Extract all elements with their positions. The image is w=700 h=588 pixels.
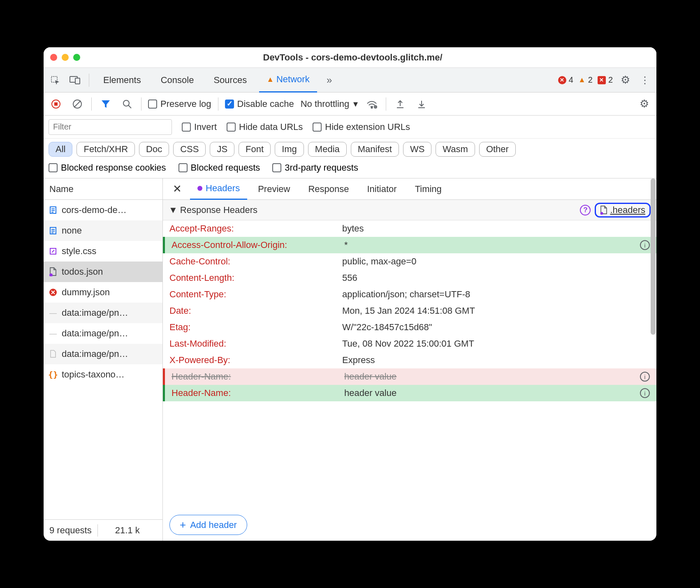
more-tabs-icon[interactable]: » — [322, 73, 337, 88]
issues-badge[interactable]: ✕ 2 — [598, 75, 613, 85]
request-row[interactable]: todos.json — [44, 262, 162, 282]
tab-elements[interactable]: Elements — [96, 68, 148, 93]
header-name: Header-Name: — [172, 388, 344, 398]
filter-chip-fetchxhr[interactable]: Fetch/XHR — [76, 142, 135, 157]
doc-icon — [49, 226, 58, 235]
headers-override-file-link[interactable]: .headers — [595, 203, 651, 218]
divider — [91, 97, 92, 111]
clear-icon[interactable] — [70, 97, 85, 111]
tab-initiator[interactable]: Initiator — [359, 178, 404, 200]
inspect-icon[interactable] — [48, 73, 63, 88]
filter-chip-manifest[interactable]: Manifest — [351, 142, 399, 157]
request-row[interactable]: dummy.json — [44, 282, 162, 303]
header-row: Cache-Control:public, max-age=0 — [163, 253, 656, 270]
divider — [97, 524, 109, 537]
filter-input[interactable] — [49, 119, 172, 135]
name-column-header[interactable]: Name — [44, 178, 162, 200]
invert-checkbox[interactable]: Invert — [182, 122, 217, 132]
warning-badge[interactable]: ▲ 2 — [578, 75, 593, 85]
filter-chip-js[interactable]: JS — [210, 142, 234, 157]
divider — [386, 97, 386, 111]
network-conditions-icon[interactable] — [364, 97, 379, 111]
header-value: public, max-age=0 — [342, 256, 650, 267]
preserve-log-checkbox[interactable]: Preserve log — [148, 99, 211, 109]
tab-console[interactable]: Console — [153, 68, 202, 93]
add-header-button[interactable]: + Add header — [169, 515, 247, 535]
scrollbar[interactable] — [651, 178, 656, 335]
upload-icon[interactable] — [393, 97, 408, 111]
request-row[interactable]: none — [44, 220, 162, 241]
help-icon[interactable]: ? — [580, 205, 591, 215]
minimize-window-button[interactable] — [62, 54, 69, 61]
settings-icon[interactable]: ⚙ — [618, 73, 633, 88]
filter-chip-img[interactable]: Img — [275, 142, 304, 157]
panel-settings-icon[interactable]: ⚙ — [637, 97, 651, 111]
filter-chip-other[interactable]: Other — [479, 142, 516, 157]
request-row[interactable]: —data:image/pn… — [44, 303, 162, 323]
request-list: cors-demo-de…nonestyle.csstodos.jsondumm… — [44, 200, 162, 519]
tab-timing[interactable]: Timing — [408, 178, 449, 200]
checkbox-icon — [49, 163, 58, 172]
close-window-button[interactable] — [50, 54, 57, 61]
info-icon[interactable]: i — [640, 372, 650, 382]
third-party-checkbox[interactable]: 3rd-party requests — [272, 162, 358, 173]
window-title: DevTools - cors-demo-devtools.glitch.me/ — [80, 52, 650, 63]
header-row: Content-Type:application/json; charset=U… — [163, 286, 656, 303]
svg-rect-2 — [75, 78, 80, 84]
checkbox-icon — [313, 123, 322, 132]
request-row[interactable]: data:image/pn… — [44, 344, 162, 364]
request-name: none — [62, 225, 82, 236]
blocked-requests-checkbox[interactable]: Blocked requests — [178, 162, 260, 173]
download-icon[interactable] — [414, 97, 429, 111]
tab-network[interactable]: ▲ Network — [259, 68, 317, 93]
disable-cache-checkbox[interactable]: Disable cache — [225, 99, 294, 109]
filter-chip-font[interactable]: Font — [239, 142, 271, 157]
file-icon — [600, 206, 607, 215]
detail-tabs: ✕ Headers Preview Response Initiator Tim… — [163, 178, 656, 200]
filter-chip-wasm[interactable]: Wasm — [436, 142, 475, 157]
filter-chip-doc[interactable]: Doc — [139, 142, 169, 157]
header-row: Last-Modified:Tue, 08 Nov 2022 15:00:01 … — [163, 336, 656, 352]
tab-response[interactable]: Response — [301, 178, 356, 200]
header-row: Header-Name:header valuei — [163, 368, 656, 385]
disclosure-triangle-icon: ▼ — [169, 205, 178, 215]
tab-sources[interactable]: Sources — [206, 68, 254, 93]
response-headers-section[interactable]: ▼ Response Headers ? .headers — [163, 200, 656, 220]
zoom-window-button[interactable] — [73, 54, 80, 61]
filter-icon[interactable] — [98, 97, 113, 111]
header-name: Content-Type: — [169, 289, 342, 300]
request-name: dummy.json — [62, 287, 110, 298]
info-icon[interactable]: i — [640, 240, 650, 250]
checkbox-icon — [272, 163, 281, 172]
blocked-filters: Blocked response cookies Blocked request… — [44, 160, 656, 178]
header-value: W/"22c-18457c15d68" — [342, 322, 650, 333]
filter-chip-css[interactable]: CSS — [173, 142, 206, 157]
header-name: Content-Length: — [169, 273, 342, 283]
filter-chip-ws[interactable]: WS — [403, 142, 431, 157]
section-title: Response Headers — [180, 205, 257, 215]
tab-preview[interactable]: Preview — [250, 178, 297, 200]
blocked-cookies-checkbox[interactable]: Blocked response cookies — [49, 162, 166, 173]
request-list-panel: Name cors-demo-de…nonestyle.csstodos.jso… — [44, 178, 163, 541]
filter-chip-media[interactable]: Media — [308, 142, 347, 157]
throttling-select[interactable]: No throttling ▾ — [301, 99, 358, 109]
divider — [89, 74, 89, 87]
kebab-menu-icon[interactable]: ⋮ — [637, 73, 652, 88]
request-row[interactable]: —data:image/pn… — [44, 323, 162, 344]
filter-chip-all[interactable]: All — [49, 142, 72, 157]
request-row[interactable]: style.css — [44, 241, 162, 262]
header-value: 556 — [342, 273, 650, 283]
doc-icon — [49, 206, 58, 215]
hide-data-urls-checkbox[interactable]: Hide data URLs — [227, 122, 303, 132]
tab-headers[interactable]: Headers — [190, 178, 247, 200]
search-icon[interactable] — [120, 97, 134, 111]
request-row[interactable]: cors-demo-de… — [44, 200, 162, 220]
request-name: topics-taxono… — [62, 369, 125, 380]
close-detail-icon[interactable]: ✕ — [168, 183, 187, 195]
hide-extension-urls-checkbox[interactable]: Hide extension URLs — [313, 122, 410, 132]
info-icon[interactable]: i — [640, 388, 650, 398]
error-badge[interactable]: ✕ 4 — [558, 75, 573, 85]
record-icon[interactable] — [49, 97, 63, 111]
device-toolbar-icon[interactable] — [67, 73, 82, 88]
request-row[interactable]: {}topics-taxono… — [44, 364, 162, 385]
